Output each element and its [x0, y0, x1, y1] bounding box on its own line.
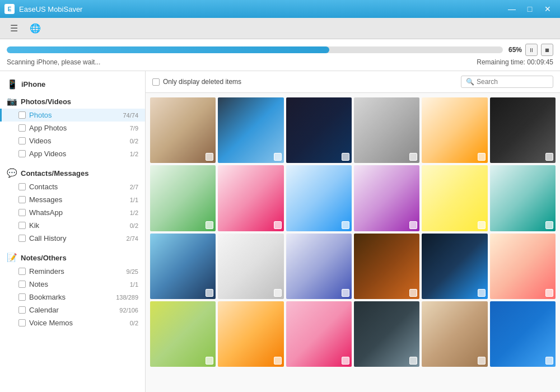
- photos-category-label: Photos/Videos: [21, 97, 71, 106]
- photo-cell[interactable]: [218, 301, 283, 367]
- photo-cell[interactable]: [422, 165, 487, 231]
- sidebar-item-kik[interactable]: Kik 0/2: [0, 219, 145, 232]
- photo-cell[interactable]: [490, 234, 556, 299]
- calendar-count: 92/106: [119, 307, 138, 314]
- reminders-checkbox[interactable]: [18, 268, 26, 275]
- photo-select-checkbox[interactable]: [206, 357, 213, 365]
- close-button[interactable]: ✕: [540, 3, 556, 15]
- photo-select-checkbox[interactable]: [274, 289, 282, 297]
- sidebar-item-photos[interactable]: Photos 74/74: [0, 109, 145, 122]
- call-history-label: Call History: [29, 234, 123, 242]
- app-photos-checkbox[interactable]: [18, 124, 26, 132]
- photo-select-checkbox[interactable]: [274, 357, 282, 365]
- photo-select-checkbox[interactable]: [545, 289, 553, 297]
- menu-icon-button[interactable]: ☰: [6, 21, 22, 36]
- photo-cell[interactable]: [490, 165, 556, 231]
- sidebar-item-call-history[interactable]: Call History 2/74: [0, 232, 145, 245]
- photo-cell[interactable]: [354, 234, 419, 299]
- sidebar-item-messages[interactable]: Messages 1/1: [0, 193, 145, 206]
- photos-checkbox[interactable]: [18, 111, 26, 119]
- sidebar-item-voice-memos[interactable]: Voice Memos 0/2: [0, 316, 145, 329]
- sidebar-item-app-photos[interactable]: App Photos 7/9: [0, 122, 145, 134]
- notes-checkbox[interactable]: [18, 281, 26, 288]
- photo-cell[interactable]: [422, 301, 487, 367]
- progress-bar-container: [7, 46, 503, 53]
- photo-select-checkbox[interactable]: [478, 289, 486, 297]
- kik-label: Kik: [29, 221, 127, 230]
- minimize-button[interactable]: —: [504, 3, 520, 15]
- photo-cell[interactable]: [218, 97, 283, 163]
- photo-cell[interactable]: [422, 97, 487, 163]
- videos-count: 0/2: [130, 138, 138, 144]
- photo-cell[interactable]: [218, 165, 283, 231]
- photo-select-checkbox[interactable]: [478, 357, 486, 365]
- maximize-button[interactable]: □: [522, 3, 538, 15]
- photo-cell[interactable]: [150, 301, 216, 367]
- photo-select-checkbox[interactable]: [342, 153, 349, 161]
- notes-label: Notes: [29, 280, 127, 288]
- photo-cell[interactable]: [354, 97, 419, 163]
- photo-cell[interactable]: [422, 234, 487, 299]
- whatsapp-checkbox[interactable]: [18, 209, 26, 216]
- photo-select-checkbox[interactable]: [206, 221, 213, 229]
- app-icon: E: [4, 4, 15, 14]
- photo-cell[interactable]: [150, 165, 216, 231]
- photo-select-checkbox[interactable]: [545, 221, 553, 229]
- only-deleted-checkbox[interactable]: [152, 78, 160, 86]
- photo-select-checkbox[interactable]: [206, 153, 213, 161]
- photo-cell[interactable]: [150, 234, 216, 299]
- stop-button[interactable]: ⏹: [541, 44, 553, 56]
- app-videos-checkbox[interactable]: [18, 150, 26, 157]
- photo-cell[interactable]: [354, 301, 419, 367]
- photo-cell[interactable]: [490, 301, 556, 367]
- photo-cell[interactable]: [490, 97, 556, 163]
- toolbar: ☰ 🌐: [0, 18, 560, 39]
- sidebar-item-app-videos[interactable]: App Videos 1/2: [0, 147, 145, 160]
- sidebar-item-videos[interactable]: Videos 0/2: [0, 134, 145, 147]
- sidebar-item-whatsapp[interactable]: WhatsApp 1/2: [0, 206, 145, 219]
- sidebar-item-notes[interactable]: Notes 1/1: [0, 278, 145, 291]
- photo-cell[interactable]: [286, 301, 352, 367]
- sidebar-item-bookmarks[interactable]: Bookmarks 138/289: [0, 291, 145, 304]
- photo-select-checkbox[interactable]: [478, 221, 486, 229]
- notes-count: 1/1: [130, 281, 138, 288]
- photo-select-checkbox[interactable]: [409, 153, 417, 161]
- sidebar-item-contacts[interactable]: Contacts 2/7: [0, 180, 145, 193]
- photo-cell[interactable]: [150, 97, 216, 163]
- progress-bar-fill: [7, 46, 329, 53]
- photo-select-checkbox[interactable]: [478, 153, 486, 161]
- pause-button[interactable]: ⏸: [525, 44, 538, 56]
- photo-select-checkbox[interactable]: [342, 289, 349, 297]
- photo-cell[interactable]: [286, 234, 352, 299]
- calendar-checkbox[interactable]: [18, 306, 26, 314]
- bookmarks-checkbox[interactable]: [18, 293, 26, 301]
- photo-select-checkbox[interactable]: [409, 221, 417, 229]
- photo-cell[interactable]: [286, 165, 352, 231]
- photo-cell[interactable]: [354, 165, 419, 231]
- only-deleted-filter[interactable]: Only display deleted items: [152, 78, 241, 86]
- voice-memos-checkbox[interactable]: [18, 319, 26, 326]
- globe-icon-button[interactable]: 🌐: [27, 21, 44, 36]
- photo-select-checkbox[interactable]: [342, 221, 349, 229]
- photo-select-checkbox[interactable]: [342, 357, 349, 365]
- sidebar-item-calendar[interactable]: Calendar 92/106: [0, 304, 145, 316]
- photo-select-checkbox[interactable]: [206, 289, 213, 297]
- photo-select-checkbox[interactable]: [545, 357, 553, 365]
- photo-select-checkbox[interactable]: [409, 289, 417, 297]
- sidebar-item-reminders[interactable]: Reminders 9/25: [0, 265, 145, 278]
- call-history-checkbox[interactable]: [18, 235, 26, 242]
- contacts-checkbox[interactable]: [18, 183, 26, 190]
- messages-checkbox[interactable]: [18, 196, 26, 203]
- photos-label: Photos: [29, 111, 119, 119]
- videos-checkbox[interactable]: [18, 137, 26, 144]
- photo-select-checkbox[interactable]: [545, 153, 553, 161]
- photo-grid-container[interactable]: [146, 93, 560, 392]
- contacts-category-label: Contacts/Messages: [21, 169, 88, 178]
- photo-select-checkbox[interactable]: [274, 221, 282, 229]
- search-input[interactable]: [477, 78, 549, 86]
- kik-checkbox[interactable]: [18, 222, 26, 229]
- photo-select-checkbox[interactable]: [409, 357, 417, 365]
- photo-cell[interactable]: [286, 97, 352, 163]
- photo-select-checkbox[interactable]: [274, 153, 282, 161]
- photo-cell[interactable]: [218, 234, 283, 299]
